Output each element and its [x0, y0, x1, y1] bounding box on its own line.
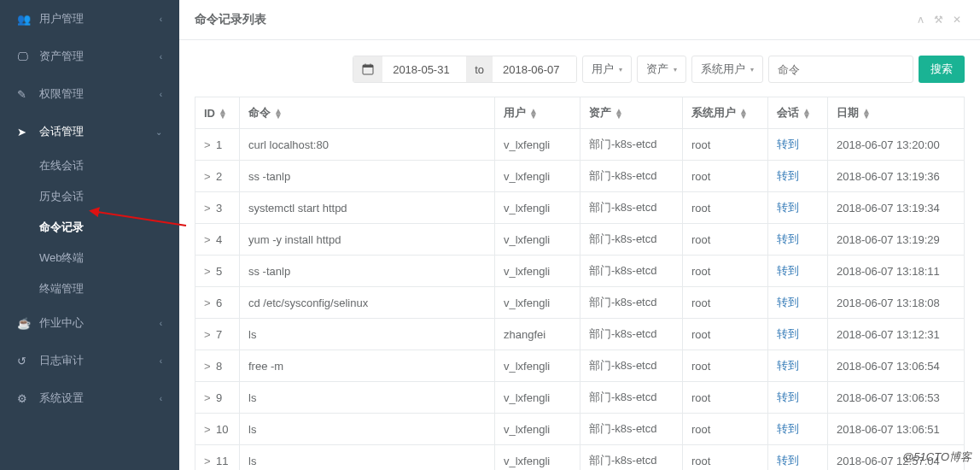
- session-goto-link[interactable]: 转到: [777, 201, 799, 214]
- cell-date: 2018-06-07 13:12:31: [828, 319, 965, 350]
- cell-id: >8: [195, 350, 240, 382]
- sidebar-subitem-2[interactable]: 命令记录: [0, 212, 179, 243]
- cell-session: 转到: [768, 445, 828, 471]
- cell-id: >6: [195, 287, 240, 319]
- sort-icon: ▲▼: [529, 109, 538, 119]
- sidebar-subitem-4[interactable]: 终端管理: [0, 273, 179, 304]
- table-row: >4 yum -y install httpd v_lxfengli 部门-k8…: [195, 224, 965, 256]
- cell-command: ls: [240, 382, 495, 414]
- session-goto-link[interactable]: 转到: [777, 138, 799, 150]
- svg-rect-1: [363, 65, 373, 68]
- panel-tools[interactable]: ᴧ ⚒ ✕: [918, 14, 965, 26]
- panel-title: 命令记录列表: [195, 12, 266, 27]
- table-row: >7 ls zhangfei 部门-k8s-etcd root 转到 2018-…: [195, 319, 965, 350]
- cell-sysuser: root: [683, 414, 768, 445]
- sidebar-item-6[interactable]: ⚙ 系统设置 ‹: [0, 379, 179, 417]
- search-button[interactable]: 搜索: [919, 56, 965, 83]
- session-goto-link[interactable]: 转到: [777, 422, 799, 435]
- cell-sysuser: root: [683, 256, 768, 287]
- cell-command: systemctl start httpd: [240, 192, 495, 224]
- cell-session: 转到: [768, 256, 828, 287]
- col-command[interactable]: 命令▲▼: [240, 97, 495, 129]
- date-from-input[interactable]: [382, 56, 466, 82]
- session-goto-link[interactable]: 转到: [777, 359, 799, 372]
- sort-icon: ▲▼: [274, 109, 283, 119]
- cell-user: v_lxfengli: [495, 256, 580, 287]
- cell-date: 2018-06-07 13:06:54: [828, 350, 965, 382]
- date-range-picker[interactable]: to: [353, 56, 577, 83]
- cell-sysuser: root: [683, 319, 768, 350]
- command-search-input[interactable]: [768, 56, 913, 83]
- cell-asset: 部门-k8s-etcd: [580, 382, 683, 414]
- table-row: >3 systemctl start httpd v_lxfengli 部门-k…: [195, 192, 965, 224]
- nav-label: 系统设置: [39, 391, 160, 406]
- cell-command: ss -tanlp: [240, 256, 495, 287]
- expand-icon[interactable]: >: [204, 265, 213, 278]
- nav-icon: 🖵: [17, 50, 32, 63]
- nav-label: 作业中心: [39, 315, 160, 331]
- cell-id: >10: [195, 414, 240, 445]
- sidebar-item-0[interactable]: 👥 用户管理 ‹: [0, 0, 179, 38]
- date-to-input[interactable]: [493, 56, 576, 82]
- col-user[interactable]: 用户▲▼: [495, 97, 580, 129]
- sysuser-dropdown-label: 系统用户: [701, 62, 745, 77]
- sort-icon: ▲▼: [219, 109, 227, 119]
- sidebar-item-2[interactable]: ✎ 权限管理 ‹: [0, 75, 179, 113]
- nav-icon: 👥: [17, 13, 32, 26]
- col-date[interactable]: 日期▲▼: [828, 97, 965, 129]
- cell-date: 2018-06-07 13:20:00: [828, 129, 965, 161]
- expand-icon[interactable]: >: [204, 170, 213, 183]
- expand-icon[interactable]: >: [204, 202, 213, 214]
- session-goto-link[interactable]: 转到: [777, 391, 799, 403]
- filter-bar: to 用户 ▾ 资产 ▾ 系统用户 ▾: [195, 56, 965, 83]
- expand-icon[interactable]: >: [204, 233, 213, 246]
- nav-label: 资产管理: [39, 49, 160, 64]
- table-row: >8 free -m v_lxfengli 部门-k8s-etcd root 转…: [195, 350, 965, 382]
- expand-icon[interactable]: >: [204, 138, 213, 151]
- cell-user: v_lxfengli: [495, 287, 580, 319]
- cell-sysuser: root: [683, 129, 768, 161]
- cell-command: cd /etc/sysconfig/selinux: [240, 287, 495, 319]
- session-goto-link[interactable]: 转到: [777, 169, 799, 182]
- col-sysuser[interactable]: 系统用户▲▼: [683, 97, 768, 129]
- cell-session: 转到: [768, 129, 828, 161]
- col-asset[interactable]: 资产▲▼: [580, 97, 683, 129]
- cell-command: ss -tanlp: [240, 161, 495, 192]
- sidebar-subitem-1[interactable]: 历史会话: [0, 181, 179, 212]
- user-dropdown[interactable]: 用户 ▾: [582, 56, 632, 83]
- session-goto-link[interactable]: 转到: [777, 264, 799, 277]
- sidebar-item-3[interactable]: ➤ 会话管理 ⌄: [0, 113, 179, 150]
- table-row: >6 cd /etc/sysconfig/selinux v_lxfengli …: [195, 287, 965, 319]
- chevron-down-icon: ▾: [674, 66, 677, 73]
- session-goto-link[interactable]: 转到: [777, 296, 799, 308]
- session-goto-link[interactable]: 转到: [777, 454, 799, 467]
- expand-icon[interactable]: >: [204, 297, 213, 309]
- sysuser-dropdown[interactable]: 系统用户 ▾: [691, 56, 763, 83]
- cell-sysuser: root: [683, 192, 768, 224]
- asset-dropdown[interactable]: 资产 ▾: [637, 56, 686, 83]
- table-row: >10 ls v_lxfengli 部门-k8s-etcd root 转到 20…: [195, 414, 965, 445]
- chevron-icon: ‹: [160, 319, 162, 328]
- expand-icon[interactable]: >: [204, 360, 213, 373]
- sort-icon: ▲▼: [739, 109, 748, 119]
- expand-icon[interactable]: >: [204, 455, 213, 467]
- sidebar-subitem-0[interactable]: 在线会话: [0, 150, 179, 181]
- sidebar-item-5[interactable]: ↺ 日志审计 ‹: [0, 342, 179, 379]
- expand-icon[interactable]: >: [204, 391, 213, 404]
- cell-id: >11: [195, 445, 240, 471]
- cell-asset: 部门-k8s-etcd: [580, 414, 683, 445]
- cell-session: 转到: [768, 319, 828, 350]
- table-row: >1 curl localhost:80 v_lxfengli 部门-k8s-e…: [195, 129, 965, 161]
- sidebar-subitem-3[interactable]: Web终端: [0, 243, 179, 273]
- sidebar-item-4[interactable]: ☕ 作业中心 ‹: [0, 304, 179, 342]
- expand-icon[interactable]: >: [204, 328, 213, 341]
- col-id[interactable]: ID▲▼: [195, 97, 240, 129]
- asset-dropdown-label: 资产: [646, 62, 668, 77]
- session-goto-link[interactable]: 转到: [777, 232, 799, 245]
- table-row: >9 ls v_lxfengli 部门-k8s-etcd root 转到 201…: [195, 382, 965, 414]
- expand-icon[interactable]: >: [204, 423, 213, 436]
- col-session[interactable]: 会话▲▼: [768, 97, 828, 129]
- chevron-icon: ‹: [160, 90, 162, 99]
- sidebar-item-1[interactable]: 🖵 资产管理 ‹: [0, 38, 179, 75]
- session-goto-link[interactable]: 转到: [777, 327, 799, 340]
